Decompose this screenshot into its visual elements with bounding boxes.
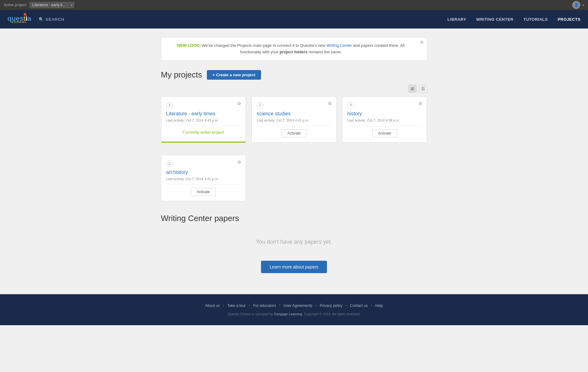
no-papers-message: You don't have any papers yet. (161, 232, 427, 251)
card-number-4: 2 (166, 160, 173, 167)
footer-links: About us • Take a tour • For educators •… (6, 303, 582, 308)
card-title-4[interactable]: art history (166, 170, 241, 175)
list-view-button[interactable]: ☰ (419, 85, 427, 93)
footer-help[interactable]: Help (375, 303, 383, 308)
top-bar: Active project: Literature - early ti...… (0, 0, 588, 10)
activate-button-2[interactable]: Activate (281, 129, 307, 137)
banner-message3: remains the same. (309, 50, 342, 54)
card-settings-button-2[interactable]: ⚙ (328, 101, 332, 106)
card-settings-button-4[interactable]: ⚙ (237, 160, 241, 165)
notice-banner: NEW LOOK! We've changed the Projects mai… (161, 37, 427, 61)
card-activity-3: Last activity: Oct 7, 2014 4:38 p.m. (347, 118, 422, 122)
footer-contact[interactable]: Contact us (350, 303, 368, 308)
footer: About us • Take a tour • For educators •… (0, 294, 588, 325)
view-toggle: ⊞ ☰ (161, 85, 427, 93)
footer-about[interactable]: About us (205, 303, 220, 308)
card-activity-4: Last activity: Oct 7, 2014 4:41 p.m. (166, 177, 241, 181)
active-project-dropdown-wrap[interactable]: Literature - early ti... ▾ (29, 2, 74, 8)
user-avatar[interactable]: 👤 (572, 1, 580, 9)
search-icon: 🔍 (39, 17, 44, 22)
my-projects-header: My projects + Create a new project (161, 70, 427, 80)
activate-button-4[interactable]: Activate (191, 188, 216, 196)
notice-close-button[interactable]: ✕ (420, 40, 424, 45)
grid-view-button[interactable]: ⊞ (408, 85, 416, 93)
project-card-history: 4 ⚙ history Last activity: Oct 7, 2014 4… (342, 96, 427, 143)
search-label: SEARCH (46, 17, 64, 22)
banner-message1: We've changed the Projects main page to … (202, 43, 326, 48)
nav-bar: quest🔴ia SCHOOL 🔍 SEARCH LIBRARY WRITING… (0, 10, 588, 29)
footer-copyright: Questia School is operated by Cengage Le… (6, 312, 582, 316)
top-bar-right: 👤 ▾ (572, 1, 584, 9)
user-dropdown-arrow-icon: ▾ (583, 3, 584, 7)
card-activity-2: Last activity: Oct 7, 2014 4:41 p.m. (257, 118, 331, 122)
card-action-1: Currently active project (166, 129, 241, 135)
nav-writing-center[interactable]: WRITING CENTER (476, 17, 513, 22)
banner-bold2: project folders (280, 50, 307, 54)
card-title-2[interactable]: science studies (257, 111, 331, 117)
card-title-1[interactable]: Literature - early times (166, 111, 241, 117)
card-activity-1: Last activity: Oct 7, 2014 4:43 p.m. (166, 118, 241, 122)
logo[interactable]: quest🔴ia SCHOOL (7, 15, 31, 24)
nav-projects[interactable]: PROJECTS (558, 17, 581, 22)
activate-button-3[interactable]: Activate (372, 129, 397, 137)
active-project-dropdown[interactable]: Literature - early ti... (29, 2, 74, 8)
project-card-art-history: 2 ⚙ art history Last activity: Oct 7, 20… (161, 155, 246, 201)
project-card-literature: 1 ⚙ Literature - early times Last activi… (161, 96, 246, 143)
card-title-3[interactable]: history (347, 111, 422, 117)
projects-grid-row2: 2 ⚙ art history Last activity: Oct 7, 20… (161, 155, 427, 201)
card-action-4: Activate (166, 188, 241, 196)
footer-agreements[interactable]: User Agreements (284, 303, 312, 308)
main-content: NEW LOOK! We've changed the Projects mai… (155, 29, 433, 294)
writing-section-title: Writing Center papers (161, 214, 427, 223)
footer-tour[interactable]: Take a tour (227, 303, 246, 308)
card-number-3: 4 (347, 102, 354, 108)
avatar-icon: 👤 (574, 3, 579, 7)
card-number-2: 2 (257, 102, 264, 108)
nav-library[interactable]: LIBRARY (447, 17, 466, 22)
projects-grid-row1: 1 ⚙ Literature - early times Last activi… (161, 96, 427, 143)
search-bar[interactable]: 🔍 SEARCH (39, 17, 64, 22)
card-settings-button-1[interactable]: ⚙ (237, 101, 241, 106)
footer-educators[interactable]: For educators (253, 303, 276, 308)
new-look-label: NEW LOOK! (177, 43, 201, 48)
my-projects-title: My projects (161, 70, 202, 80)
learn-more-papers-button[interactable]: Learn more about papers (261, 261, 327, 273)
card-action-3: Activate (347, 129, 422, 137)
nav-links: LIBRARY WRITING CENTER TUTORIALS PROJECT… (447, 17, 581, 22)
card-number-1: 1 (166, 102, 173, 108)
card-action-2: Activate (257, 129, 331, 137)
active-label-1: Currently active project (183, 130, 224, 135)
create-new-project-button[interactable]: + Create a new project (207, 70, 261, 80)
footer-privacy[interactable]: Privacy policy (320, 303, 342, 308)
writing-center-link[interactable]: Writing Center (326, 43, 352, 48)
nav-tutorials[interactable]: TUTORIALS (523, 17, 548, 22)
cengage-link[interactable]: Cengage Learning (274, 312, 302, 316)
active-project-label: Active project: (4, 3, 27, 7)
writing-section: Writing Center papers You don't have any… (161, 214, 427, 273)
project-card-science: 2 ⚙ science studies Last activity: Oct 7… (251, 96, 337, 143)
card-settings-button-3[interactable]: ⚙ (418, 101, 422, 106)
